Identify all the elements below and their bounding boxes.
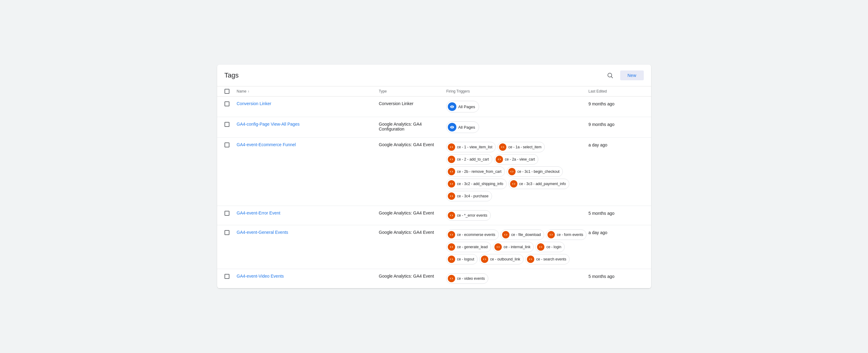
search-icon: [607, 72, 613, 79]
row-checkbox[interactable]: [224, 122, 229, 127]
trigger-label: ce - *_error events: [457, 213, 487, 218]
page-title: Tags: [224, 71, 239, 79]
eye-icon: [448, 102, 456, 111]
trigger-badge[interactable]: ce - 1 - view_item_list: [446, 142, 496, 152]
trigger-badge[interactable]: ce - 3c2 - add_shipping_info: [446, 179, 507, 189]
trigger-label: All Pages: [458, 125, 475, 130]
code-icon: [508, 168, 516, 175]
page-header: Tags New: [217, 65, 651, 86]
checkbox-cell: [224, 210, 237, 216]
eye-icon: [448, 123, 456, 132]
trigger-badge[interactable]: ce - internal_link: [493, 242, 534, 252]
trigger-badge[interactable]: ce - *_error events: [446, 210, 491, 221]
trigger-badge[interactable]: ce - 3c4 - purchase: [446, 191, 492, 201]
search-button[interactable]: [605, 70, 615, 80]
trigger-label: ce - file_download: [511, 233, 541, 237]
type-cell: Google Analytics: GA4 Event: [379, 210, 446, 215]
table-header: Name ↑ Type Firing Triggers Last Edited: [217, 86, 651, 97]
code-icon: [496, 156, 503, 163]
last-edited-cell: 9 months ago: [589, 101, 644, 106]
code-icon: [448, 243, 455, 251]
tag-name-cell: Conversion Linker: [237, 101, 379, 107]
trigger-badge[interactable]: All Pages: [446, 101, 479, 112]
trigger-badge[interactable]: ce - 2b - remove_from_cart: [446, 166, 505, 177]
trigger-badge[interactable]: ce - ecommerse events: [446, 230, 499, 240]
trigger-badge[interactable]: ce - outbound_link: [479, 254, 524, 264]
new-button[interactable]: New: [620, 70, 644, 80]
trigger-label: ce - login: [546, 245, 561, 249]
trigger-label: ce - search events: [536, 257, 566, 261]
th-checkbox[interactable]: [224, 89, 237, 94]
triggers-cell: ce - *_error events: [446, 210, 589, 221]
code-icon: [448, 143, 455, 151]
tag-name-link[interactable]: GA4-event-General Events: [237, 230, 288, 235]
row-checkbox[interactable]: [224, 230, 229, 235]
trigger-badge[interactable]: ce - video events: [446, 273, 488, 284]
select-all-checkbox[interactable]: [224, 89, 229, 94]
code-icon: [537, 243, 545, 251]
tag-name-cell: GA4-event-Video Events: [237, 273, 379, 279]
checkbox-cell: [224, 230, 237, 235]
type-cell: Google Analytics: GA4 Event: [379, 230, 446, 235]
last-edited-cell: 5 months ago: [589, 210, 644, 216]
trigger-badge[interactable]: ce - login: [535, 242, 565, 252]
type-cell: Google Analytics: GA4 Configuration: [379, 121, 446, 132]
code-icon: [448, 275, 455, 282]
tag-name-link[interactable]: GA4-config-Page View-All Pages: [237, 122, 300, 127]
trigger-label: ce - logout: [457, 257, 474, 261]
trigger-label: ce - video events: [457, 276, 485, 281]
row-checkbox[interactable]: [224, 101, 229, 106]
triggers-cell: ce - ecommerse eventsce - file_downloadc…: [446, 230, 589, 264]
row-checkbox[interactable]: [224, 142, 229, 147]
trigger-badge[interactable]: ce - generate_lead: [446, 242, 491, 252]
type-cell: Google Analytics: GA4 Event: [379, 273, 446, 279]
checkbox-cell: [224, 121, 237, 127]
triggers-cell: ce - 1 - view_item_listce - 1a - select_…: [446, 142, 589, 201]
code-icon: [548, 231, 555, 238]
code-icon: [448, 212, 455, 219]
trigger-label: ce - 3c4 - purchase: [457, 194, 489, 198]
code-icon: [448, 231, 455, 238]
trigger-badge[interactable]: ce - 2a - view_cart: [494, 154, 538, 165]
tag-name-cell: GA4-event-Ecommerce Funnel: [237, 142, 379, 148]
sort-arrow-icon: ↑: [248, 90, 250, 93]
last-edited-cell: a day ago: [589, 230, 644, 235]
trigger-label: ce - generate_lead: [457, 245, 488, 249]
code-icon: [448, 255, 455, 263]
trigger-label: ce - 2b - remove_from_cart: [457, 170, 501, 174]
checkbox-cell: [224, 101, 237, 106]
tag-name-cell: GA4-config-Page View-All Pages: [237, 121, 379, 128]
tag-name-link[interactable]: Conversion Linker: [237, 101, 272, 106]
trigger-badge[interactable]: ce - 3c1 - begin_checkout: [507, 166, 563, 177]
th-name[interactable]: Name ↑: [237, 89, 379, 94]
trigger-label: ce - form events: [557, 233, 583, 237]
tag-name-link[interactable]: GA4-event-Video Events: [237, 274, 284, 279]
table-row: GA4-event-Video EventsGoogle Analytics: …: [217, 269, 651, 288]
trigger-badge[interactable]: ce - 3c3 - add_payment_info: [508, 179, 569, 189]
trigger-badge[interactable]: ce - search events: [525, 254, 569, 264]
th-type[interactable]: Type: [379, 89, 446, 94]
trigger-badge[interactable]: ce - logout: [446, 254, 477, 264]
row-checkbox[interactable]: [224, 211, 229, 216]
code-icon: [448, 168, 455, 175]
trigger-badge[interactable]: ce - 1a - select_item: [497, 142, 545, 152]
trigger-badge[interactable]: ce - file_download: [501, 230, 545, 240]
tag-name-link[interactable]: GA4-event-Error Event: [237, 211, 280, 215]
trigger-label: ce - 3c1 - begin_checkout: [518, 170, 559, 174]
th-last-edited: Last Edited: [589, 89, 644, 94]
trigger-badge[interactable]: ce - form events: [546, 230, 586, 240]
trigger-badge[interactable]: ce - 2 - add_to_cart: [446, 154, 492, 165]
tag-name-link[interactable]: GA4-event-Ecommerce Funnel: [237, 142, 296, 147]
trigger-label: ce - 3c2 - add_shipping_info: [457, 182, 503, 186]
trigger-label: ce - 2a - view_cart: [505, 157, 535, 162]
code-icon: [448, 180, 455, 187]
table-row: GA4-event-Error EventGoogle Analytics: G…: [217, 206, 651, 225]
code-icon: [499, 143, 506, 151]
last-edited-cell: 5 months ago: [589, 273, 644, 279]
trigger-label: ce - 3c3 - add_payment_info: [519, 182, 566, 186]
trigger-badge[interactable]: All Pages: [446, 121, 479, 133]
table-row: GA4-event-General EventsGoogle Analytics…: [217, 225, 651, 269]
code-icon: [527, 255, 534, 263]
tag-name-cell: GA4-event-General Events: [237, 230, 379, 236]
row-checkbox[interactable]: [224, 274, 229, 279]
